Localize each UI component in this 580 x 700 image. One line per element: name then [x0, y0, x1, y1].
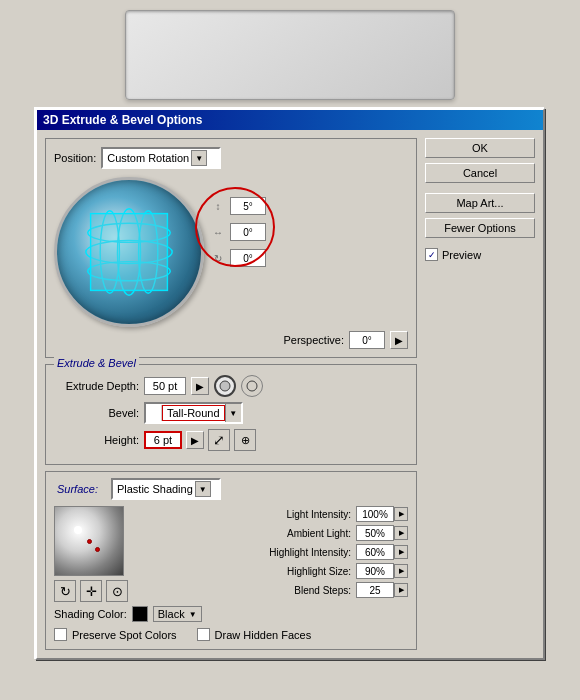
- position-dropdown[interactable]: Custom Rotation ▼: [101, 147, 221, 169]
- highlight-size-label: Highlight Size:: [136, 566, 356, 577]
- preserve-spot-label: Preserve Spot Colors: [72, 629, 177, 641]
- shading-color-label: Shading Color:: [54, 608, 127, 620]
- x-rotation-icon: ↕: [210, 198, 226, 214]
- blend-steps-value: 25: [356, 582, 394, 598]
- dialog: 3D Extrude & Bevel Options Position: Cus…: [35, 108, 545, 660]
- shading-color-dropdown[interactable]: Black ▼: [153, 606, 202, 622]
- x-rotation-input[interactable]: [230, 197, 266, 215]
- cap-btn-1[interactable]: [214, 375, 236, 397]
- z-rotation-icon: ↻: [210, 250, 226, 266]
- ok-button[interactable]: OK: [425, 138, 535, 158]
- ambient-light-label: Ambient Light:: [136, 528, 356, 539]
- surface-params: Light Intensity: 100% ▶ Ambient Light: 5…: [136, 506, 408, 602]
- reset-light-btn[interactable]: ⊙: [106, 580, 128, 602]
- highlight-intensity-value: 60%: [356, 544, 394, 560]
- shading-preview: [54, 506, 124, 576]
- position-label: Position:: [54, 152, 96, 164]
- preview-checkbox[interactable]: ✓: [425, 248, 438, 261]
- surface-dropdown[interactable]: Plastic Shading ▼: [111, 478, 221, 500]
- cap-btn-2[interactable]: [241, 375, 263, 397]
- preview-area: [125, 10, 455, 100]
- preview-checkmark: ✓: [428, 250, 436, 260]
- map-art-button[interactable]: Map Art...: [425, 193, 535, 213]
- highlight-intensity-arrow[interactable]: ▶: [394, 545, 408, 559]
- extrude-bevel-label: Extrude & Bevel: [54, 357, 139, 369]
- sphere-preview: [54, 177, 204, 327]
- preview-label: Preview: [442, 249, 481, 261]
- height-label: Height:: [54, 434, 139, 446]
- highlight-dot-3: [95, 547, 100, 552]
- surface-section: Default Surface: Plastic Shading ▼: [45, 471, 417, 650]
- extrude-bevel-section: Extrude & Bevel Extrude Depth: ▶ Bevel:: [45, 364, 417, 465]
- y-rotation-input[interactable]: [230, 223, 266, 241]
- shading-color-swatch: [132, 606, 148, 622]
- cancel-button[interactable]: Cancel: [425, 163, 535, 183]
- perspective-input[interactable]: [349, 331, 385, 349]
- svg-rect-6: [91, 214, 168, 291]
- ambient-light-arrow[interactable]: ▶: [394, 526, 408, 540]
- depth-label: Extrude Depth:: [54, 380, 139, 392]
- bevel-arrow[interactable]: ▼: [225, 404, 241, 422]
- move-light-btn[interactable]: ✛: [80, 580, 102, 602]
- preserve-spot-checkbox[interactable]: [54, 628, 67, 641]
- height-expand-icon[interactable]: ⤢: [208, 429, 230, 451]
- fewer-options-button[interactable]: Fewer Options: [425, 218, 535, 238]
- blend-steps-label: Blend Steps:: [136, 585, 356, 596]
- surface-dropdown-arrow[interactable]: ▼: [195, 481, 211, 497]
- highlight-dot-1: [74, 526, 82, 534]
- light-intensity-value: 100%: [356, 506, 394, 522]
- z-rotation-input[interactable]: [230, 249, 266, 267]
- bevel-dropdown[interactable]: Tall-Round ▼: [144, 402, 243, 424]
- dialog-title: 3D Extrude & Bevel Options: [37, 110, 543, 130]
- light-intensity-arrow[interactable]: ▶: [394, 507, 408, 521]
- ambient-light-value: 50%: [356, 525, 394, 541]
- position-dropdown-arrow[interactable]: ▼: [191, 150, 207, 166]
- surface-value: Plastic Shading: [117, 483, 193, 495]
- highlight-size-arrow[interactable]: ▶: [394, 564, 408, 578]
- depth-input[interactable]: [144, 377, 186, 395]
- shading-color-value: Black: [158, 608, 185, 620]
- rotation-controls: ↕ ↔ ↻: [210, 197, 266, 267]
- position-value: Custom Rotation: [107, 152, 189, 164]
- svg-point-7: [220, 381, 230, 391]
- light-intensity-label: Light Intensity:: [136, 509, 356, 520]
- dialog-title-text: 3D Extrude & Bevel Options: [43, 113, 202, 127]
- svg-point-8: [247, 381, 257, 391]
- perspective-label: Perspective:: [283, 334, 344, 346]
- highlight-size-value: 90%: [356, 563, 394, 579]
- bevel-label: Bevel:: [54, 407, 139, 419]
- bevel-value: Tall-Round: [162, 405, 225, 421]
- position-section: Position: Custom Rotation ▼: [45, 138, 417, 358]
- height-fit-icon[interactable]: ⊕: [234, 429, 256, 451]
- highlight-intensity-label: Highlight Intensity:: [136, 547, 356, 558]
- height-input[interactable]: [144, 431, 182, 449]
- draw-hidden-checkbox[interactable]: [197, 628, 210, 641]
- depth-arrow-btn[interactable]: ▶: [191, 377, 209, 395]
- highlight-dot-2: [87, 539, 92, 544]
- y-rotation-icon: ↔: [210, 224, 226, 240]
- shading-color-arrow: ▼: [189, 610, 197, 619]
- height-arrow-btn[interactable]: ▶: [186, 431, 204, 449]
- draw-hidden-label: Draw Hidden Faces: [215, 629, 312, 641]
- perspective-arrow-btn[interactable]: ▶: [390, 331, 408, 349]
- bevel-color-swatch: [146, 405, 162, 421]
- blend-steps-arrow[interactable]: ▶: [394, 583, 408, 597]
- surface-label-text: Surface:: [54, 483, 101, 495]
- rotate-light-btn[interactable]: ↻: [54, 580, 76, 602]
